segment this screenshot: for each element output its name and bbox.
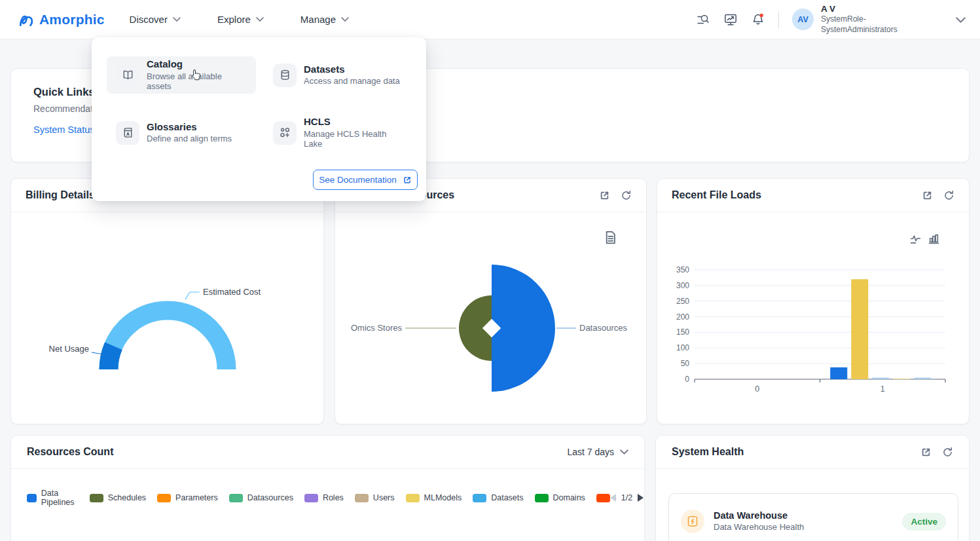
nav-explore[interactable]: Explore [217, 14, 264, 25]
chevron-down-icon [256, 17, 264, 22]
book-open-icon [116, 64, 139, 87]
legend-swatch [90, 494, 103, 502]
system-health-title: System Health [672, 446, 910, 458]
legend-label: Parameters [175, 493, 218, 502]
legend-item-datasources[interactable]: Datasources [229, 493, 293, 502]
user-chevron-down-icon[interactable] [956, 14, 966, 26]
legend-item-parameters[interactable]: Parameters [157, 493, 218, 502]
refresh-icon[interactable] [621, 190, 632, 201]
brand-logo[interactable]: Amorphic [18, 12, 105, 28]
hcls-nodes-icon [273, 121, 297, 145]
legend-swatch [27, 494, 37, 502]
svg-text:Estimated Cost: Estimated Cost [203, 287, 261, 297]
topbar: Amorphic Discover Explore Manage [0, 0, 980, 39]
legend-item-domains[interactable]: Domains [535, 493, 585, 502]
menu-item-datasets[interactable]: Datasets Access and manage data [264, 56, 413, 94]
external-link-icon [403, 176, 412, 185]
legend-label: Datasources [247, 493, 293, 502]
status-badge: Active [902, 513, 946, 531]
resources-count-title: Resources Count [27, 446, 567, 458]
health-entry-title: Data Warehouse [714, 510, 804, 521]
system-status-link[interactable]: System Status [33, 124, 94, 135]
date-range-select[interactable]: Last 7 days [567, 447, 628, 457]
legend-label: Schedules [108, 493, 146, 502]
database-icon [273, 64, 297, 87]
legend-label: Domains [553, 493, 585, 502]
discover-dropdown-menu: Catalog Browse all available assets Data… [92, 37, 426, 201]
monitor-chart-icon[interactable] [723, 12, 738, 27]
billing-gauge-chart[interactable]: Net UsageEstimated Cost [11, 212, 323, 424]
search-icon[interactable] [696, 12, 710, 27]
amorphic-logo-icon [18, 12, 35, 28]
legend-next-arrow-icon[interactable] [638, 494, 644, 502]
legend-swatch [406, 494, 420, 502]
datasources-card: Files by Datasources Omics StoresDatasou… [335, 178, 647, 424]
see-documentation-button[interactable]: See Documentation [313, 170, 418, 190]
file-loads-bar-chart[interactable]: 05010015020025030035001 [657, 212, 969, 424]
svg-text:200: 200 [676, 312, 689, 322]
chevron-down-icon [341, 17, 349, 22]
svg-text:350: 350 [676, 265, 689, 274]
user-name: A V [821, 4, 927, 14]
legend-page-label: 1/2 [621, 493, 632, 502]
menu-item-hcls[interactable]: HCLS Manage HCLS Health Lake [264, 114, 413, 151]
menu-item-glossaries[interactable]: Glossaries Define and align terms [107, 114, 256, 151]
legend-swatch [596, 494, 610, 502]
legend-label: Users [373, 493, 395, 502]
resources-count-card: Resources Count Last 7 days Data Pipelin… [10, 435, 645, 541]
legend-item-schedules[interactable]: Schedules [90, 493, 146, 502]
legend-swatch [229, 494, 243, 502]
datasources-pie-chart[interactable]: Omics StoresDatasources [335, 212, 646, 424]
menu-item-catalog[interactable]: Catalog Browse all available assets [107, 56, 256, 94]
svg-text:250: 250 [676, 297, 689, 306]
legend-swatch [304, 494, 318, 502]
system-health-card: System Health Data Warehouse Data Wareho… [655, 435, 970, 541]
legend-item-mlmodels[interactable]: MLModels [406, 493, 462, 502]
legend-swatch [157, 494, 171, 502]
legend-pager: 1/2 [610, 493, 644, 502]
legend-label: Datasets [491, 493, 523, 502]
svg-text:150: 150 [676, 327, 689, 337]
svg-text:Net Usage: Net Usage [49, 344, 89, 354]
avatar[interactable]: AV [792, 9, 814, 30]
health-entry-data-warehouse[interactable]: Data Warehouse Data Warehouse Health Act… [668, 493, 958, 541]
nav-discover[interactable]: Discover [130, 14, 181, 25]
topbar-right: AV A V SystemRole-SystemAdministrators [683, 4, 966, 35]
svg-text:Omics Stores: Omics Stores [351, 323, 403, 333]
recent-file-loads-card: Recent File Loads 0501001502002503003500… [657, 178, 970, 424]
svg-text:0: 0 [755, 384, 759, 394]
legend-item-roles[interactable]: Roles [304, 493, 344, 502]
health-entry-desc: Data Warehouse Health [714, 523, 804, 532]
svg-text:Datasources: Datasources [579, 323, 627, 333]
legend-item-data-pipelines[interactable]: Data Pipelines [27, 489, 79, 507]
svg-text:300: 300 [676, 281, 689, 290]
legend-swatch [473, 494, 486, 502]
refresh-icon[interactable] [943, 190, 954, 201]
refresh-icon[interactable] [942, 447, 953, 458]
brand-name: Amorphic [39, 12, 105, 28]
legend-swatch [535, 494, 549, 502]
external-link-icon[interactable] [922, 190, 933, 201]
glossary-book-icon [116, 121, 139, 145]
bell-notification-icon[interactable] [751, 12, 765, 27]
legend-prev-arrow-icon[interactable] [610, 494, 616, 502]
chevron-down-icon [620, 449, 628, 455]
external-link-icon[interactable] [599, 190, 610, 201]
legend-item-unlabeled[interactable] [596, 494, 610, 502]
main-nav: Discover Explore Manage [130, 14, 349, 25]
svg-text:1: 1 [880, 384, 885, 394]
user-info[interactable]: A V SystemRole-SystemAdministrators [821, 4, 927, 35]
legend-item-users[interactable]: Users [355, 493, 395, 502]
chart-legend: Data PipelinesSchedulesParametersDatasou… [11, 489, 644, 507]
legend-label: Data Pipelines [41, 489, 79, 507]
chevron-down-icon [173, 17, 181, 22]
billing-details-card: Billing Details Net UsageEstimated Cost [10, 178, 324, 424]
legend-item-datasets[interactable]: Datasets [473, 493, 523, 502]
legend-swatch [355, 494, 369, 502]
recent-file-loads-title: Recent File Loads [672, 189, 911, 201]
svg-text:50: 50 [681, 359, 690, 368]
nav-manage[interactable]: Manage [300, 14, 349, 25]
legend-label: MLModels [424, 493, 462, 502]
topbar-divider [778, 11, 779, 28]
external-link-icon[interactable] [920, 447, 932, 458]
